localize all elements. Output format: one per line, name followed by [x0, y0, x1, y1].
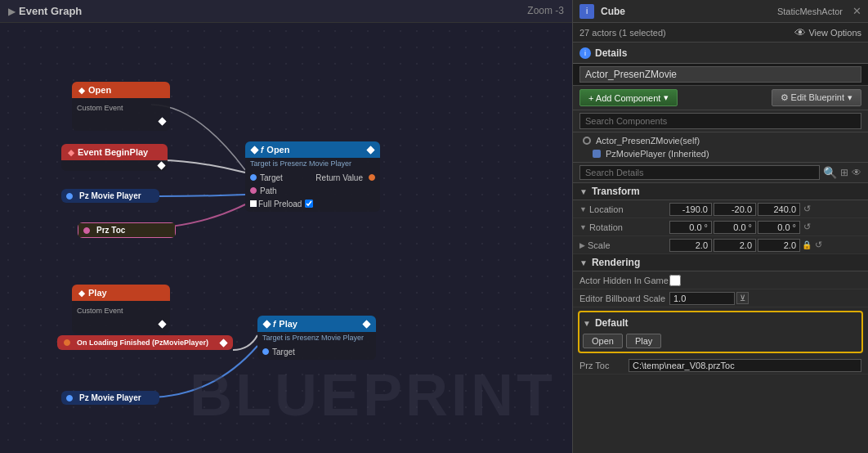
billboard-scale-row: Editor Billboard Scale ⊻	[573, 289, 868, 307]
scale-row: ▶ Scale 🔒 ↺	[573, 236, 868, 254]
scale-lock-button[interactable]: 🔒	[802, 240, 812, 249]
location-row: ▼ Location ↺	[573, 200, 868, 218]
play-func-symbol: f	[273, 320, 275, 329]
rotation-z-input[interactable]	[758, 221, 800, 234]
prz-toc-label: Prz Toc	[579, 361, 629, 370]
search-details-button[interactable]: 🔍	[823, 166, 837, 179]
filter-eye-button[interactable]: 👁	[852, 167, 861, 178]
actor-hidden-label: Actor Hidden In Game	[579, 276, 669, 285]
open-out-pin	[77, 114, 165, 128]
rotation-x-input[interactable]	[669, 221, 712, 234]
scale-reset-button[interactable]: ↺	[813, 240, 824, 250]
edit-bp-chevron-icon: ▾	[848, 92, 852, 103]
details-title: Details	[595, 47, 627, 59]
actors-count: 27 actors (1 selected)	[579, 28, 666, 38]
actor-hidden-row: Actor Hidden In Game	[573, 271, 868, 289]
graph-header: ▶ Event Graph Zoom -3	[0, 0, 572, 23]
default-arrow-icon: ▼	[583, 319, 591, 328]
play-sublabel-row: Custom Event	[77, 304, 165, 317]
play-custom-event-node[interactable]: ◆ Play Custom Event	[72, 285, 170, 334]
component-actions-bar: + Add Component ▾ ⚙ Edit Blueprint ▾	[573, 86, 868, 110]
blueprint-watermark: BLUEPRINT	[190, 361, 556, 428]
properties-section: ▼ Transform ▼ Location ↺ ▼ Rotation	[573, 183, 868, 453]
open-func-symbol: f	[261, 146, 263, 155]
transform-section-title: Transform	[592, 186, 640, 197]
scale-label: ▶ Scale	[579, 240, 669, 250]
graph-panel: ▶ Event Graph Zoom -3 ◆ Open	[0, 0, 572, 453]
rotation-reset-button[interactable]: ↺	[802, 222, 812, 232]
view-options-button[interactable]: 👁 View Options	[794, 26, 861, 39]
pz-movie-player-2-label: Pz Movie Player	[79, 393, 141, 402]
open-exec-pin: Custom Event	[77, 101, 165, 114]
expand-arrow-icon[interactable]: ▶	[8, 6, 16, 17]
rotation-y-input[interactable]	[714, 221, 756, 234]
location-x-input[interactable]	[669, 203, 712, 216]
play-custom-event-label: Play	[88, 288, 107, 298]
component-item-self[interactable]: Actor_PresenZMovie(self)	[573, 134, 868, 147]
component-inherited-label: PzMoviePlayer (Inherited)	[606, 149, 709, 159]
event-begin-play-label: Event BeginPlay	[78, 147, 148, 157]
location-z-input[interactable]	[758, 203, 800, 216]
rendering-arrow-icon: ▼	[579, 258, 588, 267]
details-icon: i	[579, 47, 591, 59]
component-dot-icon	[583, 137, 591, 145]
actor-hidden-checkbox[interactable]	[669, 275, 681, 286]
scale-z-input[interactable]	[758, 239, 800, 252]
pz-movie-player-2-node[interactable]: Pz Movie Player	[61, 391, 159, 405]
path-pin-label: Path	[260, 186, 277, 195]
rotation-values: ↺	[669, 221, 861, 234]
prz-toc-var-node[interactable]: Prz Toc	[78, 222, 176, 238]
graph-canvas[interactable]: ◆ Open Custom Event ◆ Event BeginPlay	[0, 23, 572, 453]
location-values: ↺	[669, 203, 861, 216]
play-function-node[interactable]: f Play Target is Presenz Movie Player Ta…	[257, 316, 376, 360]
component-inherited-icon	[593, 150, 601, 158]
default-open-button[interactable]: Open	[583, 334, 623, 348]
billboard-values: ⊻	[669, 292, 861, 305]
billboard-value-input[interactable]	[669, 292, 735, 305]
full-preload-checkbox[interactable]	[305, 200, 313, 208]
right-panel: i Cube StaticMeshActor ✕ 27 actors (1 se…	[572, 0, 868, 453]
open-custom-event-label: Open	[88, 85, 111, 95]
scale-x-input[interactable]	[669, 239, 712, 252]
pz-movie-player-var-node[interactable]: Pz Movie Player	[61, 189, 159, 203]
add-component-chevron-icon: ▾	[664, 92, 669, 103]
on-loading-finished-node[interactable]: On Loading Finished (PzMoviePlayer)	[57, 335, 233, 350]
search-details-input[interactable]	[579, 165, 820, 180]
component-item-inherited[interactable]: PzMoviePlayer (Inherited)	[573, 147, 868, 160]
close-panel-button[interactable]: ✕	[852, 5, 861, 17]
open-sublabel: Custom Event	[77, 104, 123, 112]
open-function-node[interactable]: f Open Target is Presenz Movie Player Ta…	[245, 141, 380, 212]
transform-section-header[interactable]: ▼ Transform	[573, 183, 868, 200]
event-begin-play-node[interactable]: ◆ Event BeginPlay	[61, 144, 168, 171]
scale-arrow-icon: ▶	[579, 241, 585, 249]
open-custom-event-node[interactable]: ◆ Open Custom Event	[72, 82, 170, 131]
pz-movie-player-label: Pz Movie Player	[79, 191, 141, 200]
rendering-section-header[interactable]: ▼ Rendering	[573, 254, 868, 271]
edit-blueprint-label: ⚙ Edit Blueprint	[781, 92, 844, 103]
transform-arrow-icon: ▼	[579, 187, 588, 196]
play-target-label: Target	[272, 348, 295, 357]
scale-y-input[interactable]	[714, 239, 756, 252]
grid-view-button[interactable]: ⊞	[840, 167, 848, 178]
rotation-label: ▼ Rotation	[579, 222, 669, 232]
search-components-input[interactable]	[579, 113, 861, 129]
actors-bar: 27 actors (1 selected) 👁 View Options	[573, 23, 868, 43]
default-play-button[interactable]: Play	[626, 334, 661, 348]
edit-blueprint-button[interactable]: ⚙ Edit Blueprint ▾	[772, 89, 861, 106]
default-section: ▼ Default Open Play	[578, 311, 863, 353]
search-details-bar: 🔍 ⊞ 👁	[573, 163, 868, 183]
location-reset-button[interactable]: ↺	[802, 204, 812, 214]
location-y-input[interactable]	[714, 203, 756, 216]
prz-toc-value: C:\temp\near_V08.przToc	[629, 359, 861, 372]
billboard-spin-button[interactable]: ⊻	[736, 292, 749, 304]
graph-zoom: Zoom -3	[527, 5, 564, 16]
add-component-button[interactable]: + Add Component ▾	[579, 89, 678, 106]
actor-name-input[interactable]	[579, 66, 861, 83]
location-label: ▼ Location	[579, 204, 669, 214]
billboard-label: Editor Billboard Scale	[579, 294, 669, 303]
eye-icon: 👁	[794, 26, 806, 39]
actor-type: StaticMeshActor	[777, 7, 843, 16]
scale-values: 🔒 ↺	[669, 239, 861, 252]
play-func-label: Play	[279, 319, 298, 329]
rotation-row: ▼ Rotation ↺	[573, 218, 868, 236]
